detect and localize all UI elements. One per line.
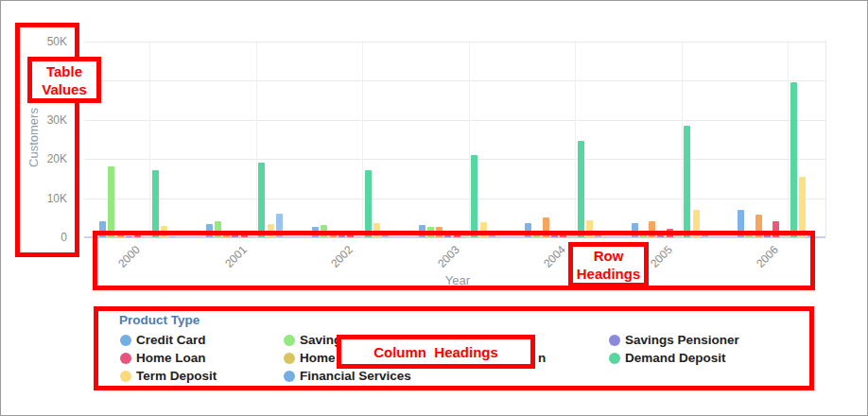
bar[interactable] [108, 166, 114, 237]
gridline-horizontal [84, 42, 825, 43]
row-headings-label-line2: Headings [573, 265, 644, 283]
gridline-vertical [575, 41, 576, 237]
row-headings-region-box [93, 231, 815, 290]
gridline-horizontal [84, 80, 825, 81]
gridline-vertical [682, 41, 683, 237]
plot-right-border [825, 41, 826, 237]
bar[interactable] [365, 170, 372, 237]
gridline-vertical [362, 41, 363, 237]
bar[interactable] [152, 170, 159, 237]
bar[interactable] [258, 163, 265, 237]
row-headings-label: RowHeadings [568, 242, 649, 287]
bar[interactable] [799, 177, 806, 237]
chart-screenshot: Customers Year Product Type TableValues … [0, 0, 868, 416]
gridline-vertical [149, 41, 150, 237]
gridline-horizontal [84, 199, 825, 199]
column-headings-label-text: Column Headings [341, 343, 530, 361]
gridline-horizontal [84, 159, 825, 160]
bar[interactable] [578, 141, 584, 237]
table-values-label-line2: Values [32, 80, 96, 98]
bar[interactable] [790, 82, 797, 237]
column-headings-label: Column Headings [337, 335, 535, 369]
bar[interactable] [684, 126, 690, 237]
table-values-label: TableValues [27, 57, 101, 103]
bar[interactable] [471, 155, 477, 237]
gridline-vertical [469, 41, 470, 237]
row-headings-label-line1: Row [573, 247, 644, 265]
gridline-vertical [788, 41, 789, 237]
gridline-vertical [256, 41, 257, 237]
table-values-label-line1: Table [32, 62, 96, 80]
gridline-horizontal [84, 120, 825, 121]
